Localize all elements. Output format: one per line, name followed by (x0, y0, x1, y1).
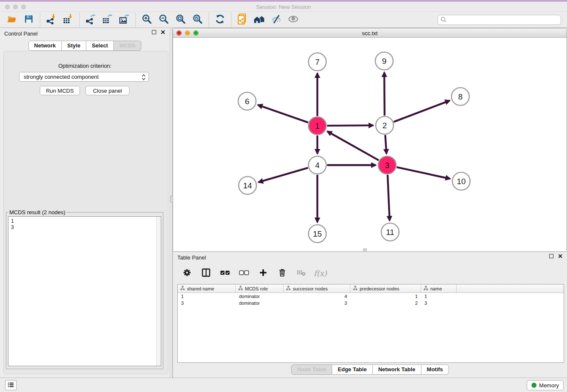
edge-4-14[interactable] (259, 168, 308, 182)
zoom-fit-button[interactable] (172, 13, 189, 27)
table-cell[interactable]: 1 (178, 294, 236, 299)
column-header-name[interactable]: name (421, 284, 457, 293)
node-table[interactable]: shared nameMCDS rolesuccessor nodesprede… (177, 284, 564, 363)
edge-1-6[interactable] (258, 105, 308, 123)
table-row[interactable]: 3dominator323 (178, 300, 564, 306)
column-header-MCDS-role[interactable]: MCDS role (236, 284, 284, 293)
edge-3-1[interactable] (328, 131, 379, 160)
node-14[interactable]: 14 (239, 177, 256, 194)
apply-function-button[interactable]: f(x) (314, 266, 327, 280)
save-icon (24, 14, 34, 25)
tree-sort-icon (424, 285, 428, 292)
task-history-button[interactable] (5, 380, 17, 390)
mcds-result-scrollbar[interactable] (156, 217, 161, 366)
table-cell[interactable]: 3 (178, 301, 236, 306)
table-toolbar: f(x) (177, 265, 327, 282)
show-graphics-button[interactable] (285, 13, 302, 27)
column-header-predecessor-nodes[interactable]: predecessor nodes (350, 284, 421, 293)
select-all-button[interactable] (219, 266, 231, 280)
app-title: Session: New Session (0, 4, 567, 10)
new-network-button[interactable] (234, 13, 251, 27)
export-table-button[interactable] (99, 13, 116, 27)
export-table-icon (102, 14, 113, 26)
node-3[interactable]: 3 (378, 156, 396, 174)
table-cell[interactable]: 1 (421, 294, 457, 299)
node-1[interactable]: 1 (308, 117, 326, 135)
edge-2-3[interactable] (385, 135, 386, 154)
open-session-button[interactable] (3, 13, 20, 27)
run-mcds-button[interactable]: Run MCDS (40, 86, 80, 95)
node-9[interactable]: 9 (375, 52, 393, 70)
home-view-button[interactable] (251, 13, 268, 27)
zoom-out-button[interactable] (155, 13, 172, 27)
float-panel-icon[interactable] (152, 30, 156, 34)
import-network-button[interactable] (43, 13, 60, 27)
hide-graphics-button[interactable] (268, 13, 285, 27)
add-column-button[interactable] (257, 266, 270, 280)
app-titlebar: Session: New Session (0, 2, 567, 12)
export-network-icon (85, 14, 96, 26)
node-11[interactable]: 11 (381, 223, 399, 241)
zoom-selected-button[interactable] (189, 13, 206, 27)
edge-3-11[interactable] (388, 175, 390, 221)
node-2[interactable]: 2 (376, 116, 394, 134)
close-panel-button[interactable]: Close panel (85, 86, 129, 95)
column-header-successor-nodes[interactable]: successor nodes (284, 284, 350, 293)
show-columns-button[interactable] (200, 266, 212, 280)
tab-mcds[interactable]: MCDS (114, 41, 141, 51)
memory-button[interactable]: Memory (527, 380, 564, 390)
tab-network-table[interactable]: Network Table (373, 364, 421, 375)
table-cell[interactable]: 4 (284, 294, 350, 299)
table-cell[interactable]: dominator (236, 294, 284, 299)
export-network-button[interactable] (82, 13, 99, 27)
column-header-shared-name[interactable]: shared name (178, 284, 236, 293)
node-4[interactable]: 4 (308, 156, 326, 174)
panel-splitter[interactable] (170, 28, 173, 378)
deselect-all-button[interactable] (238, 266, 250, 280)
tree-sort-icon (353, 285, 358, 292)
edge-3-10[interactable] (396, 167, 450, 179)
memory-status-icon (531, 383, 537, 388)
node-10[interactable]: 10 (452, 172, 470, 190)
search-input[interactable] (438, 15, 561, 25)
tab-node-table[interactable]: Node Table (291, 364, 332, 375)
criterion-select[interactable]: strongly connected component (19, 72, 149, 82)
table-cell[interactable]: 1 (350, 294, 421, 299)
table-cell[interactable]: dominator (236, 301, 284, 306)
network-window-titlebar[interactable]: ✕ − + scc.txt (173, 28, 567, 38)
table-cell[interactable]: 3 (421, 301, 457, 306)
float-panel-icon[interactable] (549, 254, 553, 258)
save-session-button[interactable] (20, 13, 37, 27)
toolbar-separator (40, 13, 40, 27)
node-6[interactable]: 6 (238, 92, 256, 110)
network-graph[interactable]: 7968124314101511 (173, 38, 567, 251)
table-settings-button[interactable] (181, 266, 193, 280)
tab-select[interactable]: Select (86, 41, 114, 51)
tab-edge-table[interactable]: Edge Table (332, 364, 372, 375)
table-cell[interactable]: 3 (284, 301, 350, 306)
close-panel-icon[interactable]: ✕ (558, 254, 563, 258)
node-8[interactable]: 8 (451, 88, 469, 105)
zoom-in-button[interactable] (138, 13, 155, 27)
list-icon (7, 381, 14, 389)
edge-2-9[interactable] (384, 72, 385, 116)
export-image-button[interactable] (116, 13, 133, 27)
delete-table-button[interactable] (295, 266, 308, 280)
edge-1-2[interactable] (327, 125, 373, 126)
tab-network[interactable]: Network (28, 41, 62, 51)
control-panel-tabs: NetworkStyleSelectMCDS (0, 41, 170, 51)
close-panel-icon[interactable]: ✕ (160, 30, 165, 34)
table-cell[interactable]: 2 (350, 301, 421, 306)
network-canvas[interactable]: 7968124314101511 (173, 38, 567, 251)
refresh-view-button[interactable] (212, 13, 228, 27)
tab-style[interactable]: Style (62, 41, 86, 51)
delete-column-button[interactable] (276, 266, 289, 280)
canvas-grip-icon[interactable] (363, 248, 367, 251)
node-7[interactable]: 7 (308, 53, 326, 71)
edge-2-8[interactable] (394, 101, 450, 122)
table-row[interactable]: 1dominator411 (178, 293, 564, 300)
tab-motifs[interactable]: Motifs (421, 364, 449, 375)
zoom-selected-icon (192, 14, 203, 26)
node-15[interactable]: 15 (308, 225, 326, 243)
import-table-button[interactable] (60, 13, 77, 27)
